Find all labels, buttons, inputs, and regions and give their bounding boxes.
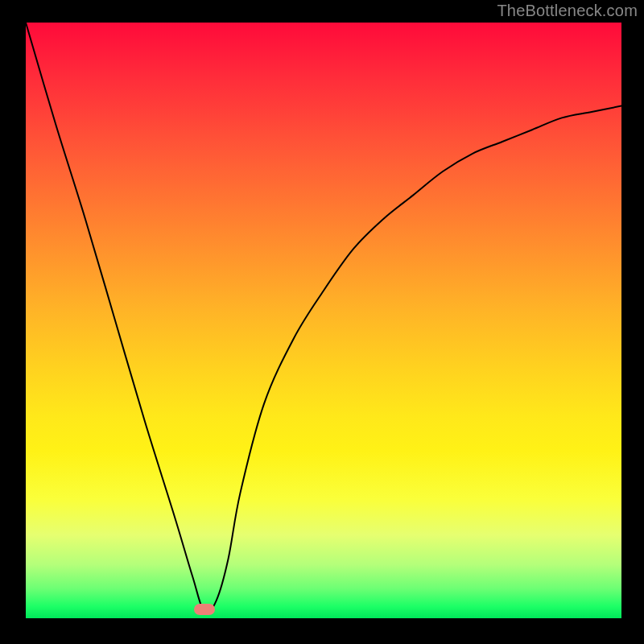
watermark-text: TheBottleneck.com xyxy=(497,2,638,20)
plot-area xyxy=(26,23,621,618)
bottleneck-marker xyxy=(194,604,215,615)
chart-frame: TheBottleneck.com xyxy=(0,0,644,644)
bottleneck-curve xyxy=(26,23,621,618)
